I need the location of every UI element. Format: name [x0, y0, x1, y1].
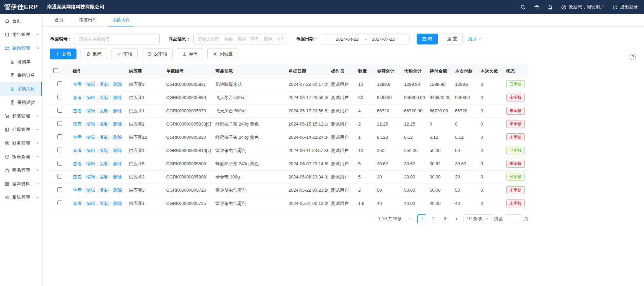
- welcome-user[interactable]: 欢迎您，测试用户: [561, 4, 604, 10]
- view-link[interactable]: 查看: [73, 188, 82, 193]
- row-checkbox[interactable]: [57, 174, 62, 179]
- view-link[interactable]: 查看: [73, 201, 82, 206]
- delete-link[interactable]: 删除: [113, 108, 122, 113]
- page-size-select[interactable]: 10 条/页: [464, 214, 491, 223]
- row-checkbox[interactable]: [57, 121, 62, 126]
- view-link[interactable]: 查看: [73, 108, 82, 113]
- tab-purchase-inbound[interactable]: 采购入库: [108, 14, 134, 26]
- row-checkbox[interactable]: [57, 108, 62, 113]
- edit-link[interactable]: 编辑: [86, 108, 95, 113]
- copy-link[interactable]: 复制: [100, 161, 108, 166]
- edit-link[interactable]: 编辑: [86, 174, 95, 179]
- edit-link[interactable]: 编辑: [86, 188, 95, 193]
- sidebar-item-reports[interactable]: 报表查询: [0, 150, 42, 164]
- reset-button[interactable]: 重 置: [442, 34, 463, 44]
- sidebar-item-purchase-inbound[interactable]: 采购入库: [0, 82, 42, 96]
- delete-link[interactable]: 删除: [113, 174, 122, 179]
- logout-button[interactable]: 退出登录: [612, 4, 638, 10]
- copy-link[interactable]: 复制: [100, 121, 108, 127]
- row-checkbox[interactable]: [57, 201, 62, 205]
- view-link[interactable]: 查看: [73, 174, 82, 179]
- status-badge: 未审核: [506, 120, 525, 128]
- sidebar-item-retail[interactable]: 零售管理: [0, 28, 42, 41]
- copy-link[interactable]: 复制: [100, 108, 108, 113]
- sidebar-item-home[interactable]: 首页: [0, 14, 42, 28]
- chevron-up-icon: [36, 46, 39, 50]
- audit-button[interactable]: 审核: [111, 49, 138, 59]
- view-link[interactable]: 查看: [73, 121, 82, 127]
- view-link[interactable]: 查看: [73, 148, 82, 153]
- tab-home[interactable]: 首页: [51, 14, 68, 26]
- edit-link[interactable]: 编辑: [86, 95, 95, 100]
- page-button-3[interactable]: 3: [440, 214, 449, 223]
- sidebar-item-sales[interactable]: 销售管理: [0, 109, 42, 123]
- sidebar-item-basic-data[interactable]: 基本资料: [0, 177, 42, 191]
- row-checkbox[interactable]: [57, 81, 62, 86]
- sidebar-item-purchase-order[interactable]: 采购订单: [0, 69, 42, 82]
- doc-no-input[interactable]: [75, 34, 160, 44]
- copy-link[interactable]: 复制: [100, 201, 108, 206]
- delete-button[interactable]: 删除: [81, 49, 107, 59]
- page-button-1[interactable]: 1: [417, 214, 426, 223]
- delete-link[interactable]: 删除: [113, 201, 122, 206]
- view-link[interactable]: 查看: [73, 161, 82, 166]
- view-link[interactable]: 查看: [73, 135, 82, 140]
- bank-icon[interactable]: [534, 4, 539, 10]
- search-icon[interactable]: [520, 4, 526, 10]
- select-all-checkbox[interactable]: [53, 68, 58, 73]
- chevron-down-icon: [36, 114, 39, 118]
- tab-retail-outbound[interactable]: 零售出库: [75, 14, 101, 26]
- sidebar-item-purchase-request[interactable]: 请购单: [0, 55, 42, 69]
- date-to-value[interactable]: 2024-07-22: [372, 37, 395, 42]
- copy-link[interactable]: 复制: [100, 174, 108, 179]
- sidebar-item-goods[interactable]: 商品管理: [0, 164, 42, 177]
- delete-link[interactable]: 删除: [113, 188, 122, 193]
- next-page-button[interactable]: [452, 214, 461, 223]
- edit-link[interactable]: 编辑: [86, 135, 95, 140]
- edit-link[interactable]: 编辑: [86, 148, 95, 153]
- view-link[interactable]: 查看: [73, 82, 82, 87]
- export-button[interactable]: 导出: [177, 49, 203, 59]
- jump-page-input[interactable]: [506, 214, 521, 223]
- copy-link[interactable]: 复制: [100, 135, 108, 140]
- sidebar-item-purchase-return[interactable]: 采购退货: [0, 96, 42, 109]
- edit-link[interactable]: 编辑: [86, 201, 95, 206]
- help-icon[interactable]: ?: [630, 54, 636, 60]
- date-from-value[interactable]: 2024-04-22: [336, 37, 359, 42]
- sidebar-item-system[interactable]: 系统管理: [0, 191, 42, 204]
- sidebar-item-label: 零售管理: [12, 32, 30, 38]
- sidebar-item-finance[interactable]: 财务管理: [0, 136, 42, 150]
- row-checkbox[interactable]: [57, 95, 62, 99]
- copy-link[interactable]: 复制: [100, 148, 108, 153]
- page-button-2[interactable]: 2: [429, 214, 438, 223]
- row-checkbox[interactable]: [57, 148, 62, 152]
- copy-link[interactable]: 复制: [100, 82, 108, 87]
- row-checkbox[interactable]: [57, 187, 62, 192]
- prev-page-button[interactable]: [406, 214, 415, 223]
- debt-cell: 0: [477, 197, 503, 210]
- view-link[interactable]: 查看: [73, 95, 82, 100]
- copy-link[interactable]: 复制: [100, 95, 108, 100]
- edit-link[interactable]: 编辑: [86, 161, 95, 166]
- delete-link[interactable]: 删除: [113, 82, 122, 87]
- edit-link[interactable]: 编辑: [86, 121, 95, 127]
- product-info-input[interactable]: [193, 34, 287, 44]
- row-checkbox[interactable]: [57, 161, 62, 166]
- add-button[interactable]: 新增: [50, 49, 76, 59]
- delete-link[interactable]: 删除: [113, 161, 122, 166]
- delete-link[interactable]: 删除: [113, 148, 122, 153]
- copy-link[interactable]: 复制: [100, 188, 108, 193]
- column-settings-button[interactable]: 列设置: [207, 49, 238, 59]
- delete-link[interactable]: 删除: [113, 135, 122, 140]
- row-checkbox[interactable]: [57, 134, 62, 139]
- expand-link[interactable]: 展开: [468, 36, 482, 42]
- edit-link[interactable]: 编辑: [86, 82, 95, 87]
- date-range-picker[interactable]: 2024-04-22 ~ 2024-07-22: [321, 34, 410, 44]
- sidebar-item-purchase[interactable]: 采购管理: [0, 41, 42, 55]
- sidebar-item-warehouse[interactable]: 仓库管理: [0, 123, 42, 136]
- bell-icon[interactable]: [547, 4, 553, 10]
- delete-link[interactable]: 删除: [113, 121, 122, 127]
- unaudit-button[interactable]: 反审核: [142, 49, 173, 59]
- delete-link[interactable]: 删除: [113, 95, 122, 100]
- search-button[interactable]: 查 询: [417, 34, 438, 44]
